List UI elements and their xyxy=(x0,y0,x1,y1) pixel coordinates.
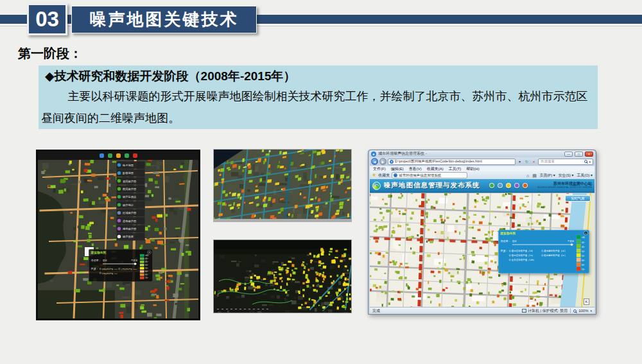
svg-text:55~: 55~ xyxy=(145,267,148,270)
noise-map-2d-screenshot: 电子地图影像地图昼间噪声图夜间噪声图噪声监测点噪声统计区域噪声图道路噪声图建筑噪… xyxy=(36,150,200,320)
legend-tool-icon[interactable] xyxy=(125,153,129,158)
tab-noise-system[interactable]: e 城市环境噪声信息管理系统 xyxy=(392,172,467,178)
legend-control-panel[interactable]: 建筑物布图<4040~45~50~55~60~65~70~透明度：透明不透明声源… xyxy=(89,249,153,282)
page-title: 噪声地图关键技术 xyxy=(71,6,257,33)
map-toolbar xyxy=(38,152,198,160)
noise-layer-panel[interactable]: 建筑物布图×<4040~45~50~55~60~65~70~透明度：透明不透明声… xyxy=(498,230,589,273)
marker-tool-icon[interactable] xyxy=(108,153,112,158)
layer-menu-item[interactable]: 区域噪声图 xyxy=(116,209,145,217)
maximize-button[interactable]: □ xyxy=(575,152,583,157)
menu-item[interactable]: 查看(V) xyxy=(409,166,422,172)
svg-text:透明度：: 透明度： xyxy=(501,239,511,243)
svg-text:昼间道路噪声值（Ld）: 昼间道路噪声值（Ld） xyxy=(512,250,534,252)
svg-text:昼间建筑噪声值（Ld）: 昼间建筑噪声值（Ld） xyxy=(544,250,566,252)
back-button[interactable]: ◀ xyxy=(371,158,378,165)
presentation-slide: 03 噪声地图关键技术 第一阶段： ◆技术研究和数据开发阶段（2008年-201… xyxy=(0,0,642,364)
search-text: 百度搜索 xyxy=(541,159,583,164)
svg-text:建筑物布图: 建筑物布图 xyxy=(500,231,516,236)
menu-item[interactable]: 帮助(H) xyxy=(466,166,479,172)
navigation-bar: ◀ ▶ e D:\project\苏州噪声地图\FlexCode\bin-deb… xyxy=(370,157,594,166)
svg-text:道路噪声图: 道路噪声图 xyxy=(123,220,136,223)
compass-widget-icon[interactable]: K xyxy=(584,299,589,305)
page-tool-item[interactable]: 安全(S) ▾ xyxy=(559,173,574,178)
print-tool-icon[interactable] xyxy=(133,153,137,158)
opacity-slider-handle[interactable] xyxy=(571,243,573,245)
svg-text:声源：: 声源： xyxy=(91,267,99,270)
address-dropdown-icon[interactable]: ▾ xyxy=(517,159,523,165)
organization-block: 苏州市环境监测中心站 SUZHOU ENVIRONMENTAL MONITOR … xyxy=(537,182,592,189)
compass-icon[interactable] xyxy=(514,183,519,188)
menu-item[interactable]: 文件(F) xyxy=(373,166,386,172)
search-icon xyxy=(584,160,587,163)
menu-item[interactable]: 编辑(E) xyxy=(391,166,404,172)
svg-text:70~: 70~ xyxy=(145,277,148,279)
svg-text:55~: 55~ xyxy=(582,255,585,257)
menu-item[interactable]: 工具(T) xyxy=(449,166,462,172)
search-box[interactable]: 百度搜索 ▾ xyxy=(538,159,593,165)
window-title-bar: e 城市环境噪声信息管理系统 - — □ × xyxy=(370,150,594,157)
zoom-control[interactable]: 100% ▾ xyxy=(573,309,592,313)
home-icon[interactable] xyxy=(523,183,528,188)
print-icon[interactable]: ▤ xyxy=(532,173,537,178)
layer-menu-item[interactable]: 噪声统计 xyxy=(116,201,145,209)
layer-dropdown-menu[interactable]: 电子地图影像地图昼间噪声图夜间噪声图噪声监测点噪声统计区域噪声图道路噪声图建筑噪… xyxy=(116,161,145,241)
layer-menu-item[interactable]: 噪声监测点 xyxy=(116,193,145,201)
url-text: D:\project\苏州噪声地图\FlexCode\bin-debug\ind… xyxy=(395,159,482,164)
svg-text:全天道路噪声值（Ldn）: 全天道路噪声值（Ldn） xyxy=(512,258,535,261)
address-bar[interactable]: e D:\project\苏州噪声地图\FlexCode\bin-debug\i… xyxy=(388,159,516,165)
favorites-star-icon[interactable]: ★ xyxy=(372,173,376,178)
layer-menu-item[interactable]: 夜间噪声图 xyxy=(116,185,145,193)
star-icon[interactable] xyxy=(506,183,511,188)
menu-item[interactable]: 收藏夹(A) xyxy=(427,166,444,172)
close-button[interactable]: × xyxy=(585,152,593,157)
svg-text:45~: 45~ xyxy=(582,246,585,248)
layer-menu-item[interactable]: 影像地图 xyxy=(116,169,145,177)
noise-map-3d-terrain-canvas[interactable] xyxy=(214,240,351,313)
svg-text:40~: 40~ xyxy=(582,241,585,244)
svg-text:区域噪声图: 区域噪声图 xyxy=(123,211,136,214)
svg-text:透明: 透明 xyxy=(512,239,517,243)
globe-icon[interactable] xyxy=(489,183,494,188)
svg-text:透明度：: 透明度： xyxy=(91,259,101,262)
site-banner: ◠ 噪声地图信息管理与发布系统 苏州市环境监测中心站 SUZHOU ENVIRO… xyxy=(370,179,594,193)
home-icon[interactable]: ⌂ xyxy=(526,173,529,178)
svg-text:电子地图: 电子地图 xyxy=(123,164,134,167)
svg-text:昼间道路噪声值（Ld）: 昼间道路噪声值（Ld） xyxy=(102,268,118,270)
measure-tool-icon[interactable] xyxy=(116,153,121,158)
svg-text:影像地图: 影像地图 xyxy=(123,171,134,175)
forward-button[interactable]: ▶ xyxy=(379,158,386,165)
page-tool-item[interactable]: 工具(O) ▾ xyxy=(577,173,593,178)
browser-menu-bar: 文件(F)编辑(E)查看(V)收藏夹(A)工具(T)帮助(H) xyxy=(370,166,594,171)
section-number-badge: 03 xyxy=(27,3,67,35)
layer-menu-item[interactable]: 道路噪声图 xyxy=(116,217,145,225)
svg-text:噪声报表: 噪声报表 xyxy=(123,235,134,238)
svg-text:不透明: 不透明 xyxy=(568,239,574,243)
svg-text:噪声统计: 噪声统计 xyxy=(123,204,134,207)
svg-text:夜间建筑噪声值（Ln）: 夜间建筑噪声值（Ln） xyxy=(544,254,566,257)
svg-text:65~: 65~ xyxy=(145,273,148,276)
site-title: 噪声地图信息管理与发布系统 xyxy=(384,181,480,190)
page-tools: ⌂ ▤ 页面(P) ▾安全(S) ▾工具(O) ▾ xyxy=(526,173,593,178)
zoom-level: 100% xyxy=(578,309,588,313)
layers-tool-icon[interactable] xyxy=(100,153,104,158)
svg-text:建筑噪声图: 建筑噪声图 xyxy=(122,227,136,230)
layer-menu-item[interactable]: 建筑噪声图 xyxy=(116,225,145,232)
favorites-bar: ★ 收藏夹 e 城市环境噪声信息管理系统 ⌂ ▤ 页面(P) ▾安全(S) ▾工… xyxy=(370,171,594,179)
noise-map-3d-canvas[interactable] xyxy=(214,150,351,221)
ie-window: e 城市环境噪声信息管理系统 - — □ × ◀ ▶ e D:\project\… xyxy=(368,150,596,315)
favorites-label[interactable]: 收藏夹 xyxy=(378,173,390,178)
refresh-button[interactable]: ↻ xyxy=(524,159,530,165)
stop-button[interactable]: × xyxy=(531,159,537,165)
minimize-button[interactable]: — xyxy=(564,152,573,157)
phase-label: 第一阶段： xyxy=(18,45,82,62)
window-title: 城市环境噪声信息管理系统 - xyxy=(378,151,562,157)
page-tool-item[interactable]: 页面(P) ▾ xyxy=(540,173,555,178)
opacity-slider-handle[interactable] xyxy=(134,263,136,264)
noise-map-3d-street-screenshot xyxy=(213,149,352,222)
weather-button[interactable]: 实时气象 xyxy=(565,195,591,202)
satellite-icon[interactable] xyxy=(498,183,503,188)
computer-icon xyxy=(522,309,526,313)
layer-menu-item[interactable]: 电子地图 xyxy=(116,161,145,169)
layer-menu-item[interactable]: 噪声报表 xyxy=(116,233,145,241)
layer-menu-item[interactable]: 昼间噪声图 xyxy=(116,177,145,185)
